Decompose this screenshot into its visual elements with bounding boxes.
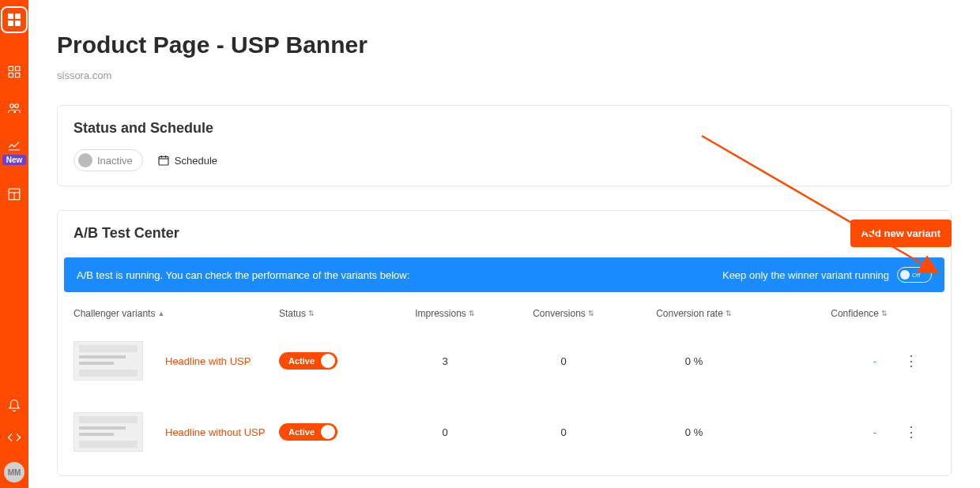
toggle-knob xyxy=(900,270,910,280)
schedule-label: Schedule xyxy=(175,155,217,167)
status-card: Status and Schedule Inactive Schedule xyxy=(57,105,952,186)
col-variants[interactable]: Challenger variants ▲ xyxy=(74,308,279,319)
add-variant-button[interactable]: Add new variant xyxy=(850,220,952,247)
new-badge: New xyxy=(2,155,27,165)
svg-rect-3 xyxy=(16,73,20,77)
cell-conversions: 0 xyxy=(500,355,627,367)
winner-label: Keep only the winner variant running xyxy=(722,269,889,281)
nav-layout-icon[interactable] xyxy=(7,187,21,201)
cell-rate: 0 % xyxy=(627,426,761,438)
svg-point-5 xyxy=(15,104,19,108)
calendar-icon xyxy=(157,154,170,167)
status-toggle-label: Active xyxy=(288,356,315,366)
table-row: Headline with USP Active 3 0 0 % - ⋮ xyxy=(58,325,951,396)
toggle-knob xyxy=(321,354,335,368)
col-status[interactable]: Status ⇅ xyxy=(279,308,390,319)
page-subtitle: sissora.com xyxy=(57,69,952,81)
status-toggle-label: Active xyxy=(288,427,315,437)
status-pill-label: Inactive xyxy=(97,155,133,167)
svg-rect-1 xyxy=(16,66,20,70)
cell-impressions: 0 xyxy=(390,426,500,438)
notifications-icon[interactable] xyxy=(7,399,21,413)
cell-confidence: - xyxy=(761,426,888,438)
status-toggle[interactable]: Active xyxy=(279,423,337,441)
nav-people-icon[interactable] xyxy=(7,101,21,115)
row-actions-menu[interactable]: ⋮ xyxy=(888,423,935,441)
main-content: Product Page - USP Banner sissora.com St… xyxy=(28,0,980,488)
ab-test-card: A/B Test Center A/B test is running. You… xyxy=(57,210,952,476)
cell-conversions: 0 xyxy=(500,426,627,438)
svg-rect-2 xyxy=(9,73,13,77)
variants-table-header: Challenger variants ▲ Status ⇅ Impressio… xyxy=(58,292,951,325)
ab-running-banner: A/B test is running. You can check the p… xyxy=(64,257,944,292)
variant-name[interactable]: Headline with USP xyxy=(165,355,251,367)
status-card-title: Status and Schedule xyxy=(74,120,935,137)
winner-toggle-state: Off xyxy=(912,272,921,279)
sidebar: New MM xyxy=(0,0,28,488)
svg-rect-7 xyxy=(159,156,168,165)
col-conversions[interactable]: Conversions ⇅ xyxy=(500,308,627,319)
toggle-knob xyxy=(321,425,335,439)
cell-confidence: - xyxy=(761,355,888,367)
row-actions-menu[interactable]: ⋮ xyxy=(888,352,935,370)
status-dot xyxy=(78,153,92,167)
status-toggle[interactable]: Active xyxy=(279,352,337,370)
avatar[interactable]: MM xyxy=(4,462,24,482)
variant-thumbnail[interactable] xyxy=(74,341,143,381)
code-icon[interactable] xyxy=(7,430,21,445)
nav-analytics-icon[interactable] xyxy=(7,137,21,152)
col-impressions[interactable]: Impressions ⇅ xyxy=(390,308,500,319)
variant-name[interactable]: Headline without USP xyxy=(165,426,265,438)
col-rate[interactable]: Conversion rate ⇅ xyxy=(627,308,761,319)
cell-impressions: 3 xyxy=(390,355,500,367)
cell-rate: 0 % xyxy=(627,355,761,367)
svg-point-4 xyxy=(10,104,14,108)
ab-test-title: A/B Test Center xyxy=(74,225,179,242)
svg-rect-0 xyxy=(9,66,13,70)
variant-thumbnail[interactable] xyxy=(74,412,143,452)
banner-message: A/B test is running. You can check the p… xyxy=(77,269,409,281)
app-logo[interactable] xyxy=(1,6,28,33)
col-confidence[interactable]: Confidence ⇅ xyxy=(761,308,888,319)
schedule-button[interactable]: Schedule xyxy=(157,154,217,167)
page-title: Product Page - USP Banner xyxy=(57,32,952,58)
table-row: Headline without USP Active 0 0 0 % - ⋮ xyxy=(58,396,951,467)
winner-toggle[interactable]: Off xyxy=(897,267,932,283)
status-pill-inactive[interactable]: Inactive xyxy=(74,149,143,171)
nav-dashboard-icon[interactable] xyxy=(7,65,21,79)
